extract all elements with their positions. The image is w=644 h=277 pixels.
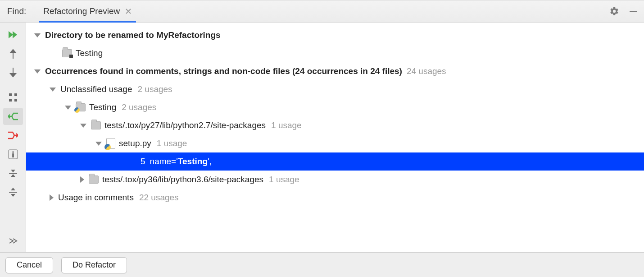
side-toolbar bbox=[0, 23, 26, 252]
py36-path-label: tests/.tox/py36/lib/python3.6/site-packa… bbox=[102, 175, 263, 185]
py36-count: 1 usage bbox=[269, 175, 299, 185]
svg-point-6 bbox=[12, 151, 14, 153]
setup-py-file-node[interactable]: setup.py 1 usage bbox=[26, 134, 644, 152]
collapse-all-button[interactable] bbox=[3, 165, 23, 182]
svg-rect-4 bbox=[14, 99, 17, 102]
next-occurrence-button[interactable] bbox=[3, 64, 23, 81]
more-tools-button[interactable] bbox=[3, 232, 23, 249]
svg-rect-9 bbox=[9, 192, 17, 193]
svg-rect-0 bbox=[630, 11, 637, 12]
svg-rect-7 bbox=[12, 153, 14, 157]
occurrences-header-label: Occurrences found in comments, strings a… bbox=[45, 66, 402, 76]
svg-rect-1 bbox=[9, 93, 12, 96]
setup-py-label: setup.py bbox=[119, 138, 151, 148]
find-label: Find: bbox=[7, 6, 26, 16]
disclosure-triangle-icon[interactable] bbox=[50, 88, 56, 92]
info-button[interactable] bbox=[3, 146, 23, 163]
disclosure-triangle-icon[interactable] bbox=[80, 124, 86, 128]
tab-refactoring-preview[interactable]: Refactoring Preview bbox=[39, 0, 136, 22]
rename-header-label: Directory to be renamed to MyRefactoring… bbox=[45, 30, 221, 40]
disclosure-triangle-icon[interactable] bbox=[50, 194, 54, 201]
separator bbox=[5, 85, 21, 85]
disclosure-triangle-icon[interactable] bbox=[95, 142, 102, 146]
svg-rect-3 bbox=[14, 93, 17, 96]
python-module-icon bbox=[76, 103, 86, 111]
disclosure-triangle-icon[interactable] bbox=[65, 106, 71, 110]
rerun-button[interactable] bbox=[3, 26, 23, 43]
testing-module-count: 2 usages bbox=[122, 102, 156, 112]
disclosure-triangle-icon[interactable] bbox=[34, 69, 41, 74]
testing-module-node[interactable]: Testing 2 usages bbox=[26, 98, 644, 116]
prev-occurrence-button[interactable] bbox=[3, 45, 23, 62]
content-area: Directory to be renamed to MyRefactoring… bbox=[0, 23, 644, 253]
occurrences-usages-count: 24 usages bbox=[407, 66, 446, 76]
close-tab-icon[interactable] bbox=[125, 8, 132, 14]
disclosure-triangle-icon[interactable] bbox=[80, 176, 84, 183]
unclassified-label: Unclassified usage bbox=[60, 84, 132, 94]
directory-icon bbox=[62, 49, 72, 57]
expand-all-button[interactable] bbox=[3, 184, 23, 201]
setup-py-count: 1 usage bbox=[157, 138, 187, 148]
folder-icon bbox=[91, 121, 101, 129]
occurrences-root-node[interactable]: Occurrences found in comments, strings a… bbox=[26, 62, 644, 80]
disclosure-triangle-icon[interactable] bbox=[34, 33, 41, 37]
rename-root-node[interactable]: Directory to be renamed to MyRefactoring… bbox=[26, 26, 644, 44]
find-panel-header: Find: Refactoring Preview bbox=[0, 0, 644, 23]
py27-folder-node[interactable]: tests/.tox/py27/lib/python2.7/site-packa… bbox=[26, 116, 644, 134]
folder-icon bbox=[89, 175, 99, 184]
tab-label: Refactoring Preview bbox=[43, 6, 120, 16]
py36-folder-node[interactable]: tests/.tox/py36/lib/python3.6/site-packa… bbox=[26, 171, 644, 189]
rename-target-node[interactable]: Testing bbox=[26, 44, 644, 62]
rename-target-label: Testing bbox=[76, 48, 103, 58]
unclassified-count: 2 usages bbox=[137, 84, 172, 94]
incoming-changes-button[interactable] bbox=[3, 108, 23, 125]
usage-in-comments-count: 22 usages bbox=[139, 193, 179, 203]
python-file-icon bbox=[106, 138, 115, 149]
code-suffix: ', bbox=[208, 157, 212, 166]
footer-bar: Cancel Do Refactor bbox=[0, 253, 644, 277]
py27-count: 1 usage bbox=[271, 120, 302, 130]
usage-in-comments-label: Usage in comments bbox=[58, 193, 134, 203]
minimize-panel-button[interactable] bbox=[627, 5, 639, 18]
outgoing-changes-button[interactable] bbox=[3, 127, 23, 144]
refactoring-tree[interactable]: Directory to be renamed to MyRefactoring… bbox=[26, 23, 644, 252]
code-match: Testing bbox=[178, 157, 208, 166]
svg-rect-2 bbox=[9, 99, 12, 102]
testing-module-label: Testing bbox=[89, 102, 116, 112]
settings-button[interactable] bbox=[608, 5, 621, 18]
line-number: 5 bbox=[141, 157, 145, 166]
unclassified-usage-node[interactable]: Unclassified usage 2 usages bbox=[26, 80, 644, 98]
svg-rect-8 bbox=[9, 173, 17, 174]
code-occurrence-row[interactable]: 5 name='Testing', bbox=[26, 152, 644, 171]
cancel-button[interactable]: Cancel bbox=[5, 257, 53, 273]
code-prefix: name=' bbox=[150, 157, 178, 166]
usage-in-comments-node[interactable]: Usage in comments 22 usages bbox=[26, 189, 644, 207]
group-by-button[interactable] bbox=[3, 89, 23, 106]
do-refactor-button[interactable]: Do Refactor bbox=[61, 257, 127, 273]
py27-path-label: tests/.tox/py27/lib/python2.7/site-packa… bbox=[104, 120, 266, 130]
